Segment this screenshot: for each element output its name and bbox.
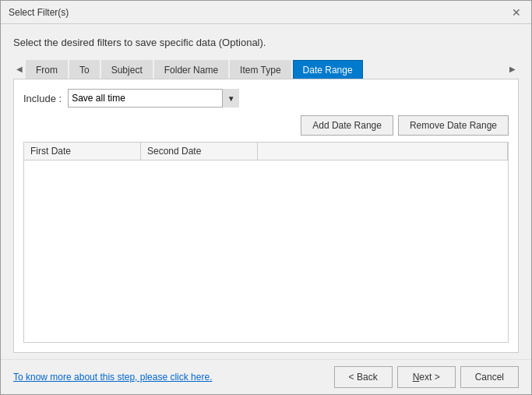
date-table: First Date Second Date bbox=[23, 142, 509, 343]
next-button[interactable]: Next > bbox=[397, 366, 456, 388]
next-label: Next > bbox=[413, 372, 440, 383]
dialog-content: Select the desired filters to save speci… bbox=[1, 24, 531, 359]
dialog-footer: To know more about this step, please cli… bbox=[1, 359, 531, 394]
tab-to[interactable]: To bbox=[69, 60, 100, 79]
title-bar: Select Filter(s) ✕ bbox=[1, 1, 531, 24]
date-range-buttons: Add Date Range Remove Date Range bbox=[23, 115, 509, 136]
include-row: Include : Save all time Custom Range ▼ bbox=[23, 89, 509, 108]
cancel-button[interactable]: Cancel bbox=[460, 366, 519, 388]
include-select[interactable]: Save all time Custom Range bbox=[68, 89, 239, 108]
tab-bar: ◀ From To Subject Folder Name Item Type … bbox=[13, 59, 519, 79]
tab-folder-name[interactable]: Folder Name bbox=[154, 60, 228, 79]
table-header: First Date Second Date bbox=[24, 143, 508, 160]
table-header-second-date: Second Date bbox=[141, 143, 258, 160]
tab-scroll-right-arrow[interactable]: ▶ bbox=[506, 60, 519, 79]
tab-item-type[interactable]: Item Type bbox=[230, 60, 291, 79]
help-link[interactable]: To know more about this step, please cli… bbox=[13, 372, 212, 383]
close-button[interactable]: ✕ bbox=[509, 5, 523, 19]
remove-date-range-button[interactable]: Remove Date Range bbox=[398, 115, 509, 136]
include-label: Include : bbox=[23, 93, 62, 104]
table-body bbox=[24, 160, 508, 342]
tab-subject[interactable]: Subject bbox=[101, 60, 153, 79]
tab-date-range[interactable]: Date Range bbox=[293, 60, 363, 79]
footer-buttons: < Back Next > Cancel bbox=[334, 366, 519, 388]
tab-from[interactable]: From bbox=[26, 60, 68, 79]
table-header-first-date: First Date bbox=[24, 143, 141, 160]
tab-scroll-left-arrow[interactable]: ◀ bbox=[13, 60, 26, 79]
back-button[interactable]: < Back bbox=[334, 366, 393, 388]
instruction-text: Select the desired filters to save speci… bbox=[13, 37, 519, 48]
dialog: Select Filter(s) ✕ Select the desired fi… bbox=[0, 0, 532, 395]
include-select-wrapper: Save all time Custom Range ▼ bbox=[68, 89, 239, 108]
filter-panel: Include : Save all time Custom Range ▼ A… bbox=[13, 79, 519, 353]
table-header-rest bbox=[258, 143, 508, 160]
back-label: < Back bbox=[349, 372, 378, 383]
add-date-range-button[interactable]: Add Date Range bbox=[301, 115, 393, 136]
tab-list: From To Subject Folder Name Item Type Da… bbox=[26, 59, 506, 79]
dialog-title: Select Filter(s) bbox=[9, 7, 69, 18]
